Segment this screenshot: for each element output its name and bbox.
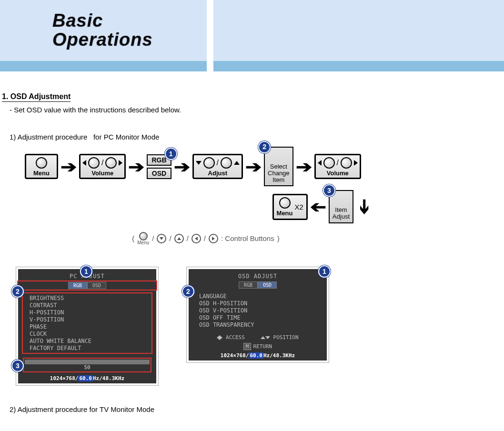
- osd2-title: OSD ADJUST: [189, 273, 327, 280]
- osd-panel-2: OSD ADJUST RGB OSD LANGUAGE OSD H-POSITI…: [189, 269, 327, 361]
- osd2-return: MRETURN: [189, 343, 327, 350]
- osd2-position: POSITION: [273, 334, 299, 341]
- page-header: Basic Operations: [0, 0, 504, 61]
- badge-3: 3: [323, 184, 335, 197]
- triangle-up-icon: [261, 336, 265, 339]
- osd1-item: H-POSITION: [30, 309, 145, 316]
- osd2-footer: 1024×768/60.0Hz/48.3KHz: [189, 352, 327, 359]
- up-icon: [174, 234, 184, 243]
- circle-icon: [36, 157, 47, 169]
- osd1-footer: 1024×768/60.0Hz/48.3KHz: [18, 375, 156, 381]
- arrow-right-icon: ➔: [129, 157, 145, 176]
- arrow-right-icon: ➔: [174, 157, 190, 176]
- osd-panel-2-wrapper: 1 2 OSD ADJUST RGB OSD LANGUAGE OSD H-PO…: [189, 269, 327, 383]
- osd1-tab-rgb: RGB: [68, 282, 87, 289]
- osd-panels: 1 2 3 PC ADJUST RGB OSD BRIGHTNESS CONTR…: [18, 269, 502, 383]
- osd2-item: OSD OFF TIME: [199, 314, 316, 321]
- volume-label: Volume: [91, 170, 113, 177]
- arrow-left-icon: ➔: [310, 197, 326, 216]
- osd2-tab-osd: OSD: [258, 281, 277, 289]
- osd-panel-1: PC ADJUST RGB OSD BRIGHTNESS CONTRAST H-…: [18, 269, 156, 383]
- osd1-item: CLOCK: [30, 331, 145, 337]
- osd2-tabs: RGB OSD: [189, 281, 327, 289]
- content: 1. OSD Adjustment - Set OSD value with t…: [0, 71, 504, 429]
- adjust-label: Adjust: [208, 170, 227, 177]
- triangle-down-icon: [196, 161, 202, 165]
- osd2-nav: ACCESS POSITION: [189, 334, 327, 341]
- osd-panel-1-wrapper: 1 2 3 PC ADJUST RGB OSD BRIGHTNESS CONTR…: [18, 269, 156, 383]
- osd1-item: BRIGHTNESS: [30, 295, 145, 301]
- osd2-list: LANGUAGE OSD H-POSITION OSD V-POSITION O…: [192, 291, 323, 330]
- flow-row-1: Menu ➔ / Volume ➔ 1 RGB OSD ➔ / Adjust ➔…: [25, 147, 502, 186]
- menu-button-icon: Menu: [25, 154, 58, 179]
- header-left: Basic Operations: [0, 0, 207, 61]
- x2-label: X2: [295, 203, 303, 211]
- triangle-up-icon: [234, 161, 240, 165]
- triangle-right-icon: [220, 335, 222, 340]
- right-icon: [209, 234, 218, 243]
- osd2-tab-rgb: RGB: [239, 281, 258, 289]
- left-icon: [192, 234, 201, 243]
- select-label: Select Change Item: [268, 163, 290, 184]
- flow-diagram: Menu ➔ / Volume ➔ 1 RGB OSD ➔ / Adjust ➔…: [25, 147, 502, 245]
- triangle-right-icon: [119, 160, 122, 166]
- header-right: [207, 0, 504, 61]
- page-title: Basic Operations: [52, 11, 153, 50]
- osd1-item: AUTO WHITE BALANCE: [30, 338, 145, 344]
- badge-2b: 2: [11, 285, 24, 298]
- osd2-access: ACCESS: [226, 334, 245, 341]
- osd1-item: PHASE: [30, 323, 145, 330]
- title-line-1: Basic: [52, 11, 153, 30]
- item-adjust-box: 3 Item Adjust: [329, 190, 353, 223]
- osd1-slider-value: 50: [25, 364, 150, 371]
- item-adjust-label: Item Adjust: [333, 206, 350, 220]
- legend-text: : Control Buttons: [221, 234, 274, 242]
- volume-button-icon: / Volume: [79, 154, 126, 179]
- subheader-bar: [0, 61, 504, 71]
- arrow-right-icon: ➔: [296, 157, 312, 176]
- osd1-item: CONTRAST: [30, 302, 145, 309]
- arrow-right-icon: ➔: [245, 157, 262, 176]
- osd-tab: OSD: [147, 168, 171, 179]
- osd1-item: V-POSITION: [30, 316, 145, 323]
- menu-x2-label: Menu: [277, 210, 293, 217]
- subsection-1-label: 1) Adjustment procedure: [10, 133, 87, 141]
- controls-legend: ( Menu / / / / : Control Buttons ): [25, 232, 387, 245]
- section-1-desc: - Set OSD value with the instructions de…: [10, 106, 502, 114]
- menu-x2-box: Menu X2: [272, 194, 308, 220]
- badge-1: 1: [165, 148, 177, 160]
- badge-3b: 3: [11, 360, 24, 372]
- flow-row-2: Menu X2 ➔ 3 Item Adjust ➔: [48, 190, 372, 223]
- subsection-1-title: 1) Adjustment procedure for PC Monitor M…: [10, 133, 502, 141]
- osd2-item: LANGUAGE: [199, 293, 316, 300]
- osd1-slider: 50: [23, 358, 151, 372]
- badge-1c: 1: [318, 265, 331, 278]
- title-line-2: Operations: [52, 30, 153, 50]
- badge-1b: 1: [80, 265, 92, 278]
- osd1-item: FACTORY DEFAULT: [30, 345, 145, 351]
- osd1-tabs: RGB OSD: [18, 281, 156, 290]
- badge-2: 2: [258, 141, 271, 153]
- subsection-2-title: 2) Adjustment procedure for TV Monitor M…: [10, 405, 502, 413]
- volume-button-icon-2: / Volume: [314, 154, 361, 179]
- osd2-item: OSD H-POSITION: [199, 300, 316, 307]
- menu-label: Menu: [33, 170, 50, 177]
- volume-label-2: Volume: [327, 170, 349, 177]
- adjust-button-icon: / Adjust: [192, 154, 243, 179]
- down-icon: [157, 234, 166, 243]
- osd2-item: OSD TRANSPARENCY: [199, 321, 316, 328]
- osd1-list: BRIGHTNESS CONTRAST H-POSITION V-POSITIO…: [22, 292, 152, 354]
- triangle-down-icon: [265, 336, 270, 339]
- osd1-tab-osd: OSD: [87, 282, 106, 289]
- select-change-item-box: 2 Select Change Item: [264, 147, 293, 186]
- rgb-osd-stack: 1 RGB OSD: [147, 154, 171, 179]
- arrow-down-icon: ➔: [355, 199, 374, 215]
- osd2-item: OSD V-POSITION: [199, 307, 316, 314]
- subsection-1-mode: for PC Monitor Mode: [93, 133, 159, 141]
- menu-icon: Menu: [137, 232, 149, 245]
- triangle-left-icon: [82, 160, 86, 166]
- badge-2c: 2: [182, 285, 194, 298]
- arrow-right-icon: ➔: [60, 157, 77, 176]
- section-1-title: 1. OSD Adjustment: [2, 92, 71, 102]
